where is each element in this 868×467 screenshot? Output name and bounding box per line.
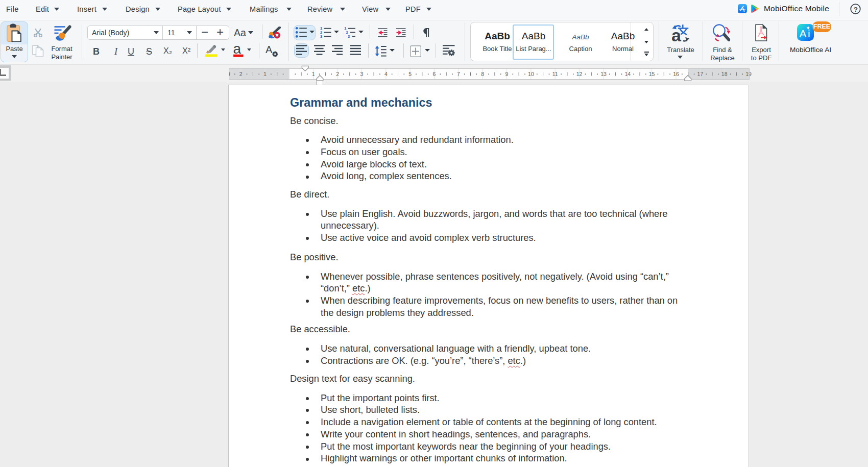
- svg-text:6: 6: [433, 71, 436, 77]
- svg-text:8: 8: [481, 71, 484, 77]
- svg-text:10: 10: [528, 71, 534, 77]
- svg-text:1: 1: [312, 71, 315, 77]
- svg-text:12: 12: [576, 71, 583, 77]
- svg-text:9: 9: [505, 71, 509, 77]
- svg-text:2: 2: [239, 71, 243, 77]
- svg-text:4: 4: [384, 71, 388, 77]
- svg-text:A: A: [800, 28, 807, 39]
- svg-text:3: 3: [360, 71, 363, 77]
- svg-text:3: 3: [348, 34, 350, 38]
- svg-text:A: A: [266, 45, 273, 55]
- svg-text:19: 19: [745, 71, 752, 77]
- svg-text:15: 15: [649, 71, 655, 77]
- svg-text:7: 7: [457, 71, 460, 77]
- svg-text:14: 14: [624, 71, 631, 77]
- svg-text:16: 16: [673, 71, 679, 77]
- svg-text:5: 5: [408, 71, 412, 77]
- svg-text:17: 17: [697, 71, 704, 77]
- svg-text:2: 2: [336, 71, 339, 77]
- svg-text:?: ?: [854, 6, 858, 13]
- svg-text:3: 3: [320, 34, 322, 38]
- svg-text:11: 11: [552, 71, 558, 77]
- svg-text:1: 1: [263, 71, 267, 77]
- svg-text:13: 13: [600, 71, 607, 77]
- svg-text:18: 18: [721, 71, 728, 77]
